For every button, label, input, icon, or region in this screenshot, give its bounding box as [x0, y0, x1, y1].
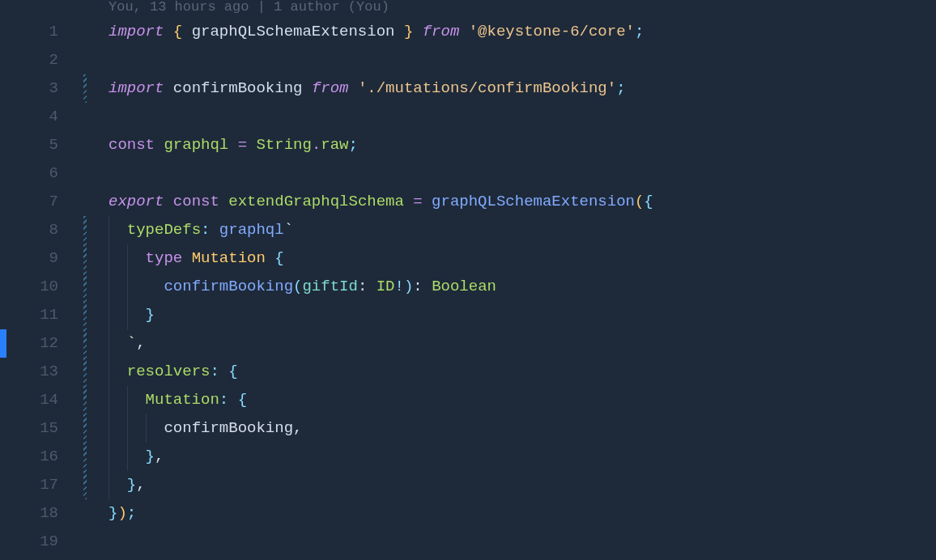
comma: , — [293, 419, 302, 437]
indent-guide — [127, 386, 128, 414]
brace-close: } — [404, 23, 413, 40]
git-modified-indicator — [83, 301, 87, 329]
code-line[interactable]: confirmBooking, — [81, 414, 936, 443]
keyword-from: from — [312, 79, 349, 97]
bang: ! — [395, 278, 404, 295]
code-line[interactable] — [81, 46, 936, 74]
identifier: confirmBooking — [164, 419, 293, 437]
line-number: 8 — [0, 216, 58, 244]
field-name: confirmBooking — [164, 278, 293, 295]
indent-guide — [108, 301, 109, 329]
function-call: graphQLSchemaExtension — [432, 193, 635, 210]
code-content[interactable]: You, 13 hours ago | 1 author (You) impor… — [81, 0, 936, 560]
indent-guide — [108, 414, 109, 443]
git-modified-indicator — [83, 273, 87, 301]
indent-guide — [108, 329, 109, 358]
code-line[interactable]: Mutation: { — [81, 386, 936, 414]
indent-guide — [146, 414, 147, 443]
git-modified-indicator — [83, 414, 87, 443]
property: raw — [321, 136, 348, 154]
keyword-from: from — [423, 23, 460, 40]
code-line[interactable]: } — [81, 301, 936, 329]
brace-open: { — [238, 391, 247, 409]
code-line[interactable] — [81, 159, 936, 188]
indent-guide — [127, 244, 128, 273]
code-line[interactable]: `, — [81, 329, 936, 358]
string-literal: './mutations/confirmBooking' — [358, 79, 616, 97]
indent-guide — [108, 244, 109, 273]
comma: , — [136, 334, 145, 352]
indent-guide — [108, 358, 109, 386]
semicolon: ; — [127, 504, 136, 522]
backtick: ` — [127, 334, 136, 352]
git-modified-indicator — [83, 358, 87, 386]
git-modified-indicator — [83, 329, 87, 358]
code-line[interactable]: export const extendGraphqlSchema = graph… — [81, 188, 936, 216]
colon: : — [210, 363, 219, 380]
identifier: graphQLSchemaExtension — [192, 23, 395, 40]
line-number: 17 — [0, 471, 58, 499]
code-line[interactable]: import confirmBooking from './mutations/… — [81, 74, 936, 103]
git-modified-indicator — [83, 471, 87, 499]
string-literal: '@keystone-6/core' — [469, 23, 635, 40]
code-line[interactable]: }, — [81, 443, 936, 471]
indent-guide — [108, 216, 109, 244]
code-line[interactable]: typeDefs: graphql` — [81, 216, 936, 244]
git-modified-indicator — [83, 74, 87, 103]
colon: : — [413, 278, 422, 295]
git-modified-indicator — [83, 216, 87, 244]
git-modified-indicator — [83, 386, 87, 414]
line-gutter: 1 2 3 4 5 6 7 8 9 10 11 12 13 14 15 16 1… — [0, 0, 81, 560]
line-number: 2 — [0, 46, 58, 74]
comma: , — [155, 448, 164, 465]
line-number: 1 — [0, 18, 58, 46]
code-line[interactable]: type Mutation { — [81, 244, 936, 273]
brace-close: } — [127, 476, 136, 494]
indent-guide — [108, 386, 109, 414]
brace-close: } — [146, 306, 155, 324]
code-line[interactable]: }, — [81, 471, 936, 499]
code-line[interactable]: }); — [81, 499, 936, 528]
line-number: 18 — [0, 499, 58, 528]
code-line[interactable] — [81, 528, 936, 556]
code-line[interactable]: resolvers: { — [81, 358, 936, 386]
code-line[interactable]: const graphql = String.raw; — [81, 131, 936, 159]
comma: , — [136, 476, 145, 494]
keyword-const: const — [173, 193, 219, 210]
brace-open: { — [173, 23, 182, 40]
indent-guide — [127, 414, 128, 443]
colon: : — [201, 221, 210, 239]
property: Mutation — [146, 391, 219, 409]
code-line[interactable] — [81, 103, 936, 131]
brace-close: } — [108, 504, 117, 522]
identifier: graphql — [164, 136, 228, 154]
line-number: 15 — [0, 414, 58, 443]
keyword-import: import — [108, 79, 164, 97]
identifier: String — [256, 136, 311, 154]
paren-open: ( — [293, 278, 302, 295]
line-number: 6 — [0, 159, 58, 188]
keyword-const: const — [108, 136, 155, 154]
line-number: 10 — [0, 273, 58, 301]
indent-guide — [127, 301, 128, 329]
template-tag: graphql — [219, 221, 284, 239]
paren-open: ( — [635, 193, 644, 210]
active-line-indicator — [0, 329, 6, 358]
type-id: ID — [377, 278, 395, 295]
colon: : — [358, 278, 367, 295]
brace-open: { — [274, 249, 283, 267]
code-editor[interactable]: 1 2 3 4 5 6 7 8 9 10 11 12 13 14 15 16 1… — [0, 0, 936, 560]
line-number: 3 — [0, 74, 58, 103]
semicolon: ; — [616, 79, 625, 97]
type-boolean: Boolean — [432, 278, 496, 295]
property: resolvers — [127, 363, 211, 380]
property: typeDefs — [127, 221, 201, 239]
code-line[interactable]: import { graphQLSchemaExtension } from '… — [81, 18, 936, 46]
keyword-type: type — [146, 249, 183, 267]
code-line[interactable]: confirmBooking(giftId: ID!): Boolean — [81, 273, 936, 301]
line-number: 16 — [0, 443, 58, 471]
line-number: 9 — [0, 244, 58, 273]
paren-close: ) — [117, 504, 126, 522]
indent-guide — [108, 443, 109, 471]
line-number: 13 — [0, 358, 58, 386]
